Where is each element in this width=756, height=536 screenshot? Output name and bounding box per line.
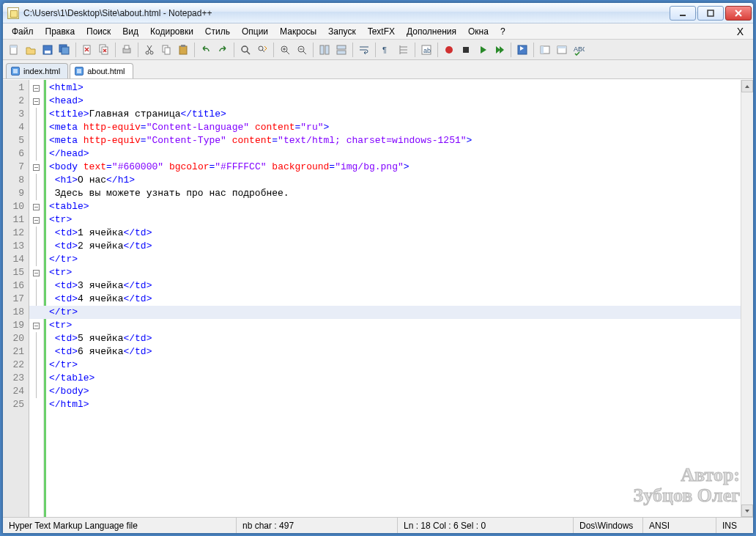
status-insert-mode: INS — [716, 518, 753, 533]
redo-button[interactable] — [215, 42, 231, 58]
titlebar[interactable]: C:\Users\1\Desktop\Site\about.html - Not… — [3, 3, 753, 23]
menu-опции[interactable]: Опции — [236, 24, 274, 39]
svg-rect-0 — [680, 15, 686, 16]
menubar: ФайлПравкаПоискВидКодировкиСтильОпцииМак… — [3, 23, 753, 40]
scroll-up-icon[interactable] — [741, 80, 753, 92]
wrap-button[interactable] — [356, 42, 372, 58]
zoom-in-button[interactable] — [277, 42, 293, 58]
vertical-scrollbar[interactable] — [741, 80, 753, 517]
stop-button[interactable] — [458, 42, 474, 58]
save-button[interactable] — [40, 42, 56, 58]
sync-v-button[interactable] — [316, 42, 333, 58]
find-button[interactable] — [237, 42, 253, 58]
toolbar-separator — [437, 43, 438, 57]
save-all-button[interactable] — [56, 42, 73, 58]
record-button[interactable] — [441, 42, 457, 58]
svg-rect-3 — [10, 45, 17, 48]
spellcheck-button[interactable]: ABC — [571, 42, 587, 58]
toolbar: ¶abABC — [3, 40, 753, 60]
fold-toggle-icon[interactable] — [33, 217, 40, 224]
menu-close-doc[interactable]: X — [730, 23, 750, 40]
menu-кодировки[interactable]: Кодировки — [144, 24, 199, 39]
close-all-button[interactable] — [96, 42, 112, 58]
menu-стиль[interactable]: Стиль — [199, 24, 236, 39]
cut-button[interactable] — [141, 42, 158, 58]
toolbar-separator — [313, 43, 314, 57]
svg-rect-16 — [165, 48, 170, 54]
status-cursor-position: Ln : 18 Col : 6 Sel : 0 — [398, 518, 574, 533]
svg-rect-12 — [125, 45, 129, 49]
toolbar-separator — [415, 43, 415, 57]
new-file-button[interactable] — [6, 42, 22, 58]
fold-toggle-icon[interactable] — [33, 204, 40, 210]
save-macro-button[interactable] — [514, 42, 530, 58]
svg-rect-26 — [337, 51, 346, 54]
menu-запуск[interactable]: Запуск — [322, 24, 362, 39]
fold-toggle-icon[interactable] — [33, 164, 40, 171]
open-file-button[interactable] — [23, 42, 39, 58]
play-multi-button[interactable] — [492, 42, 508, 58]
tab-index-html[interactable]: index.html — [6, 63, 68, 78]
svg-rect-31 — [463, 47, 469, 53]
code-area[interactable]: <html><head><title>Главная страница</tit… — [46, 80, 741, 517]
show-all-button[interactable]: ¶ — [379, 42, 395, 58]
svg-text:ab: ab — [423, 47, 431, 54]
line-number-gutter[interactable]: 1234567891011121314151617181920212223242… — [3, 80, 29, 517]
svg-rect-25 — [337, 45, 346, 49]
replace-button[interactable] — [254, 42, 270, 58]
window-title: C:\Users\1\Desktop\Site\about.html - Not… — [23, 8, 670, 18]
close-button[interactable] — [79, 42, 95, 58]
menu-окна[interactable]: Окна — [462, 24, 494, 39]
print-button[interactable] — [119, 42, 135, 58]
toggle-2-button[interactable] — [554, 42, 570, 58]
fold-toggle-icon[interactable] — [33, 270, 40, 276]
maximize-button[interactable] — [697, 6, 724, 21]
play-button[interactable] — [475, 42, 491, 58]
svg-point-14 — [150, 51, 153, 54]
menu-textfx[interactable]: TextFX — [362, 24, 401, 39]
tabbar: index.htmlabout.html — [3, 60, 753, 79]
fold-toggle-icon[interactable] — [33, 98, 40, 105]
toolbar-separator — [273, 43, 274, 57]
status-filetype: Hyper Text Markup Language file — [3, 518, 237, 533]
scroll-down-icon[interactable] — [741, 504, 753, 517]
toolbar-separator — [194, 43, 195, 57]
tab-label: about.html — [87, 67, 125, 76]
status-charcount: nb char : 497 — [237, 518, 398, 533]
menu-поиск[interactable]: Поиск — [81, 24, 116, 39]
svg-point-13 — [146, 51, 149, 54]
menu-вид[interactable]: Вид — [116, 24, 144, 39]
close-button[interactable] — [725, 6, 752, 21]
svg-rect-23 — [320, 45, 324, 54]
svg-rect-34 — [541, 46, 544, 54]
svg-point-30 — [445, 46, 453, 54]
app-icon — [7, 7, 19, 19]
menu-правка[interactable]: Правка — [40, 24, 81, 39]
lang-button[interactable]: ab — [418, 42, 434, 58]
fold-toggle-icon[interactable] — [33, 85, 40, 92]
fold-column[interactable] — [29, 80, 44, 517]
menu-файл[interactable]: Файл — [6, 24, 40, 39]
sync-h-button[interactable] — [333, 42, 349, 58]
svg-rect-7 — [62, 47, 69, 54]
zoom-out-button[interactable] — [294, 42, 310, 58]
menu-дополнения[interactable]: Дополнения — [401, 24, 462, 39]
toolbar-separator — [533, 43, 534, 57]
toggle-1-button[interactable] — [537, 42, 553, 58]
menu-?[interactable]: ? — [494, 24, 511, 39]
statusbar: Hyper Text Markup Language file nb char … — [3, 517, 753, 533]
undo-button[interactable] — [198, 42, 214, 58]
paste-button[interactable] — [175, 42, 191, 58]
file-icon — [11, 67, 20, 76]
fold-toggle-icon[interactable] — [33, 323, 40, 329]
toolbar-separator — [352, 43, 353, 57]
minimize-button[interactable] — [670, 6, 696, 21]
toolbar-separator — [511, 43, 511, 57]
tab-about-html[interactable]: about.html — [70, 63, 133, 78]
copy-button[interactable] — [158, 42, 174, 58]
tab-label: index.html — [23, 67, 60, 76]
menu-макросы[interactable]: Макросы — [274, 24, 322, 39]
indent-guide-button[interactable] — [396, 42, 412, 58]
file-icon — [75, 67, 84, 76]
svg-rect-36 — [557, 46, 566, 48]
